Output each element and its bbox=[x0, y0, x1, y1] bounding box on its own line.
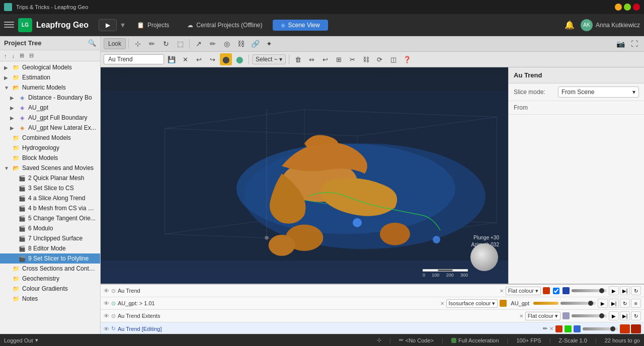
color-swatch-green-4[interactable] bbox=[565, 325, 572, 332]
redo-button[interactable]: ↪ bbox=[206, 53, 218, 65]
menu-btn-2[interactable]: ≡ bbox=[631, 299, 641, 308]
sidebar-down-btn[interactable]: ↓ bbox=[10, 52, 17, 60]
rotate3d-button[interactable]: ⟳ bbox=[374, 53, 386, 65]
polyline-tool-button[interactable]: ✏ bbox=[206, 37, 219, 50]
visibility-toggle-2[interactable]: 👁 bbox=[104, 300, 109, 306]
play-button[interactable]: ▶ bbox=[99, 19, 117, 31]
tab-central[interactable]: ☁ Central Projects (Offline) bbox=[179, 20, 270, 31]
cut-button[interactable]: ✂ bbox=[347, 53, 359, 65]
sidebar-item-au-gpt[interactable]: ▶ ◈ AU_gpt bbox=[0, 103, 100, 113]
sidebar-item-notes[interactable]: 📁 Notes bbox=[0, 294, 100, 304]
color-swatch-red-4[interactable] bbox=[555, 325, 562, 332]
sidebar-item-scene-8[interactable]: 🎬 8 Editor Mode bbox=[0, 243, 100, 253]
arrow-tool-button[interactable]: ↗ bbox=[192, 37, 205, 50]
color-swatch-blue-1[interactable] bbox=[562, 287, 570, 294]
settings-tool-button[interactable]: ✦ bbox=[263, 37, 276, 50]
chain-tool-button[interactable]: ⛓ bbox=[234, 37, 248, 50]
sidebar-item-au-gpt-full[interactable]: ▶ ◈ AU_gpt Full Boundary bbox=[0, 113, 100, 123]
notification-bell-icon[interactable]: 🔔 bbox=[565, 20, 575, 30]
save-scene-button[interactable]: 💾 bbox=[166, 53, 178, 65]
legend-checkbox-1[interactable] bbox=[553, 288, 559, 294]
color-mode-2[interactable]: Isosurface colour ▾ bbox=[446, 299, 498, 308]
sidebar-item-combined[interactable]: 📁 Combined Models bbox=[0, 133, 100, 143]
look-button[interactable]: Look bbox=[104, 38, 126, 49]
orientation-sphere[interactable] bbox=[470, 243, 498, 271]
color-swatch-gold-2[interactable] bbox=[500, 300, 507, 307]
loop-btn-3[interactable]: ↻ bbox=[631, 311, 641, 320]
sidebar-expand-btn[interactable]: ⊞ bbox=[18, 51, 26, 60]
edit-action-1[interactable] bbox=[620, 324, 630, 333]
sidebar-collapse-btn[interactable]: ⊟ bbox=[27, 51, 36, 60]
visibility-toggle-3[interactable]: 👁 bbox=[104, 313, 109, 319]
legend-close-1[interactable]: ✕ bbox=[500, 288, 504, 294]
color-swatch-3[interactable] bbox=[562, 312, 570, 319]
visibility-toggle-1[interactable]: 👁 bbox=[104, 288, 109, 294]
nav-cube[interactable] bbox=[468, 243, 498, 274]
sidebar-item-estimation[interactable]: ▶ 📁 Estimation bbox=[0, 72, 100, 82]
play-btn-3[interactable]: ▶ bbox=[609, 311, 619, 320]
draw-tool-button[interactable]: ✏ bbox=[145, 37, 158, 50]
user-menu[interactable]: AK Anna Kutkiewicz bbox=[581, 19, 640, 31]
circle-tool-button[interactable]: ◎ bbox=[220, 37, 233, 50]
grid-button[interactable]: ⊞ bbox=[333, 53, 345, 65]
help-button[interactable]: ❓ bbox=[401, 53, 413, 65]
slice-button[interactable]: ◫ bbox=[387, 53, 399, 65]
step-btn-3[interactable]: ▶| bbox=[620, 311, 630, 320]
color-mode-1[interactable]: Flat colour ▾ bbox=[506, 287, 541, 295]
sidebar-item-scene-4a[interactable]: 🎬 4 a Slice Along Trend bbox=[0, 193, 100, 203]
undo-button[interactable]: ↩ bbox=[193, 53, 205, 65]
select-dropdown[interactable]: Select ~ ▾ bbox=[252, 54, 286, 64]
opacity-slider-4[interactable] bbox=[583, 327, 618, 330]
measure-button[interactable]: ⇔ bbox=[306, 53, 318, 65]
edit-action-2[interactable] bbox=[631, 324, 641, 333]
minimize-button[interactable] bbox=[615, 4, 622, 11]
close-button[interactable] bbox=[633, 4, 640, 11]
sidebar-item-scene-5[interactable]: 🎬 5 Change Tangent Orie... bbox=[0, 213, 100, 223]
green-sphere-button[interactable]: ⬤ bbox=[233, 53, 246, 65]
color-mode-3[interactable]: Flat colour ▾ bbox=[525, 312, 560, 320]
logged-out-item[interactable]: Logged Out ▾ bbox=[4, 337, 38, 343]
legend-close-3[interactable]: ✕ bbox=[519, 313, 523, 319]
sidebar-item-scene-4b[interactable]: 🎬 4 b Mesh from CS via S... bbox=[0, 203, 100, 213]
scene-name-box[interactable]: Au Trend bbox=[104, 54, 164, 64]
play-btn-1[interactable]: ▶ bbox=[609, 286, 619, 295]
maximize-button[interactable] bbox=[624, 4, 631, 11]
sidebar-item-hydrogeology[interactable]: 📁 Hydrogeology bbox=[0, 143, 100, 153]
select-box-button[interactable]: ⬚ bbox=[174, 37, 187, 50]
sidebar-item-cross-sections[interactable]: 📁 Cross Sections and Contours bbox=[0, 264, 100, 274]
undo2-button[interactable]: ↩ bbox=[319, 53, 332, 65]
play-btn-2[interactable]: ▶ bbox=[598, 299, 608, 308]
sidebar-item-geochemistry[interactable]: 📁 Geochemistry bbox=[0, 274, 100, 284]
slice-mode-dropdown[interactable]: From Scene ▾ bbox=[558, 86, 639, 98]
3d-viewport[interactable]: Plunge +30 Azimuth 032 0 100 200 300 bbox=[101, 67, 508, 284]
sidebar-item-block-models[interactable]: 📁 Block Models bbox=[0, 153, 100, 163]
opacity-slider-2[interactable] bbox=[560, 302, 596, 305]
hamburger-menu[interactable] bbox=[4, 22, 14, 29]
color-swatch-blue-4[interactable] bbox=[574, 325, 581, 332]
rotate-tool-button[interactable]: ↻ bbox=[159, 37, 173, 50]
nav-dropdown-arrow[interactable]: ▾ bbox=[119, 20, 127, 30]
loop-btn-2[interactable]: ↻ bbox=[620, 299, 630, 308]
visibility-toggle-4[interactable]: 👁 bbox=[104, 326, 109, 332]
step-btn-2[interactable]: ▶| bbox=[609, 299, 619, 308]
delete-button[interactable]: 🗑 bbox=[292, 53, 304, 65]
search-icon[interactable]: 🔍 bbox=[88, 39, 96, 47]
fullscreen-button[interactable]: ⛶ bbox=[628, 37, 641, 50]
tab-projects[interactable]: 📋 Projects bbox=[129, 20, 177, 31]
step-btn-1[interactable]: ▶| bbox=[620, 286, 630, 295]
color-swatch-red-1[interactable] bbox=[543, 287, 550, 294]
sidebar-item-scene-6[interactable]: 🎬 6 Modulo bbox=[0, 223, 100, 233]
cancel-scene-button[interactable]: ✕ bbox=[179, 53, 191, 65]
loop-btn-1[interactable]: ↻ bbox=[631, 286, 641, 295]
sidebar-item-scene-3[interactable]: 🎬 3 Set Slice to CS bbox=[0, 183, 100, 193]
legend-close-2[interactable]: ✕ bbox=[440, 301, 444, 306]
snap-button[interactable]: ⛓ bbox=[360, 53, 372, 65]
sidebar-item-scene-9[interactable]: 🎬 9 Set Slicer to Polyline bbox=[0, 253, 100, 264]
screenshot-button[interactable]: 📷 bbox=[614, 37, 627, 50]
opacity-slider-3[interactable] bbox=[572, 314, 607, 317]
cursor-tool-button[interactable]: ⊹ bbox=[131, 37, 144, 50]
chain2-tool-button[interactable]: 🔗 bbox=[249, 37, 262, 50]
tab-scene-view[interactable]: ◆ Scene View bbox=[273, 20, 328, 31]
opacity-slider-1[interactable] bbox=[572, 289, 607, 292]
sidebar-item-dist-boundary[interactable]: ▶ ◈ Distance - Boundary Bo bbox=[0, 93, 100, 103]
